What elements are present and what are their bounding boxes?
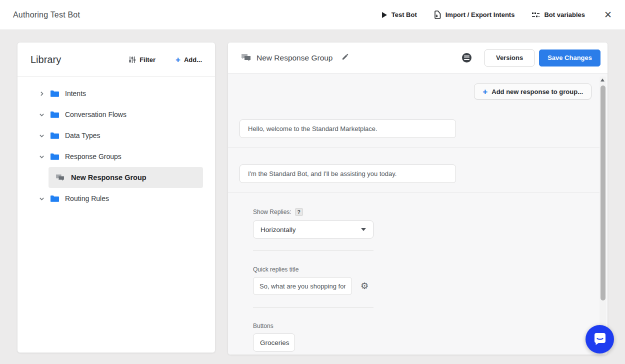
quick-replies-title-input[interactable] [253,277,352,295]
library-tree: Intents Conversation Flows Data Types Re… [18,77,215,209]
library-title: Library [30,54,128,66]
edit-pencil-icon[interactable] [342,53,349,62]
tree-item-response-groups[interactable]: Response Groups [18,146,215,167]
tree-item-label: Data Types [65,132,100,140]
add-response-button[interactable]: + Add new response to group... [474,84,592,100]
buttons-label: Buttons [253,322,600,330]
chevron-down-icon[interactable] [38,112,46,118]
chevron-down-icon[interactable] [38,132,46,139]
bot-variables-button[interactable]: Bot variables [532,11,585,18]
filter-button[interactable]: Filter [128,56,156,64]
test-bot-button[interactable]: Test Bot [382,11,417,18]
versions-button[interactable]: Versions [484,50,534,66]
close-icon[interactable]: ✕ [604,10,612,20]
import-export-icon [434,10,442,19]
editor-body: + Add new response to group... Hello, we… [228,74,608,355]
tree-item-label: Conversation Flows [65,110,126,118]
bot-title: Authoring Test Bot [13,10,80,20]
scrollbar-thumb[interactable] [600,86,606,300]
response-group-icon [56,174,64,182]
library-header: Library Filter + Add... [18,42,215,77]
import-export-intents-button[interactable]: Import / Export Intents [434,10,515,19]
editor-header: New Response Group Versions Save Changes [228,42,608,74]
section-divider [228,148,600,148]
section-divider [228,192,600,193]
chevron-down-icon [361,228,366,231]
filter-icon [128,56,136,64]
import-export-label: Import / Export Intents [446,11,515,18]
add-label: Add... [184,56,202,64]
top-bar: Authoring Test Bot Test Bot Import / Exp… [0,0,625,30]
scroll-up-arrow-icon[interactable] [600,78,604,82]
help-icon[interactable]: ? [295,208,303,216]
folder-icon [50,153,59,160]
response-text-field[interactable]: Hello, welcome to the Standard Marketpla… [240,120,456,138]
folder-icon [50,132,59,139]
show-replies-dropdown[interactable]: Horizontally [253,220,374,238]
dropdown-value: Horizontally [260,226,296,234]
save-changes-button[interactable]: Save Changes [539,50,600,66]
chevron-right-icon[interactable] [38,90,46,97]
chat-widget-button[interactable] [586,325,614,354]
folder-icon [50,195,59,202]
tree-item-conversation-flows[interactable]: Conversation Flows [18,104,215,125]
tree-item-intents[interactable]: Intents [18,83,215,104]
sub-divider [253,250,374,251]
more-menu-icon[interactable] [462,53,472,62]
test-bot-label: Test Bot [392,11,417,18]
add-response-label: Add new response to group... [492,88,583,96]
add-button[interactable]: + Add... [176,56,202,64]
gear-icon[interactable]: ⚙ [360,282,368,290]
response-text-field[interactable]: I'm the Standard Bot, and I'll be assist… [240,164,456,183]
play-icon [382,12,388,18]
tree-item-label: Intents [65,90,86,98]
sub-divider [253,307,374,308]
tree-item-routing-rules[interactable]: Routing Rules [18,188,215,209]
response-group-icon [241,54,251,62]
vertical-scrollbar[interactable] [600,76,606,352]
tree-item-data-types[interactable]: Data Types [18,125,215,146]
chevron-down-icon[interactable] [38,154,46,160]
folder-icon [50,111,59,118]
quick-replies-title-label: Quick replies title [253,266,600,273]
plus-icon: + [176,56,180,64]
tree-item-label: Response Groups [65,152,122,160]
tree-item-new-response-group-selected[interactable]: New Response Group [48,167,203,188]
folder-icon [50,90,59,97]
chat-bubble-smile-icon [592,332,608,346]
editor-title: New Response Group [256,54,333,62]
library-panel: Library Filter + Add... Intents [17,42,216,353]
show-replies-label-row: Show Replies: ? [253,208,600,216]
show-replies-label: Show Replies: [253,208,292,216]
response-group-editor: New Response Group Versions Save Changes… [228,42,608,355]
filter-label: Filter [140,56,156,64]
quick-reply-button[interactable]: Groceries [253,334,295,352]
bot-variables-label: Bot variables [544,11,585,18]
chevron-down-icon[interactable] [38,196,46,202]
plus-icon: + [482,88,488,96]
selected-item-label: New Response Group [71,174,146,182]
tree-item-label: Routing Rules [65,194,109,202]
variables-icon [532,12,540,18]
